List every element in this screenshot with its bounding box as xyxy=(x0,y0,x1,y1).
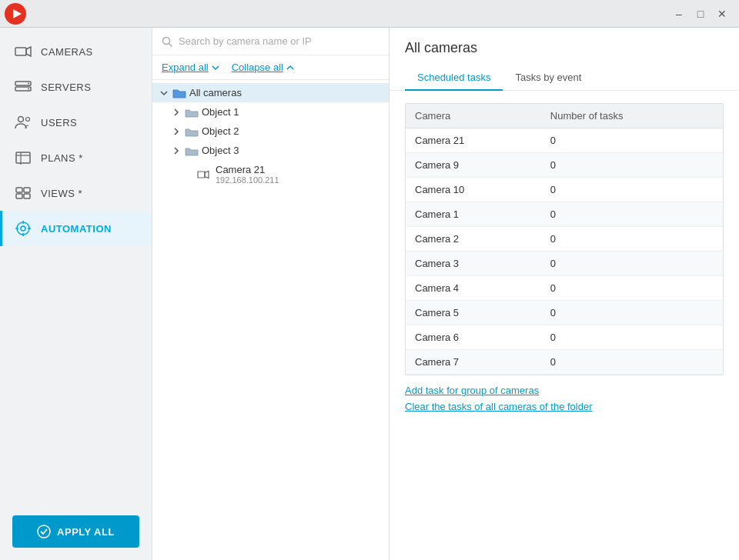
cell-task-count: 0 xyxy=(541,153,723,178)
title-bar: – □ ✕ xyxy=(0,0,739,28)
table-row[interactable]: Camera 30 xyxy=(406,252,723,276)
table-row[interactable]: Camera 20 xyxy=(406,227,723,252)
sidebar-label-servers: SERVERS xyxy=(41,82,91,93)
svg-rect-15 xyxy=(16,194,22,198)
table-row[interactable]: Camera 100 xyxy=(406,178,723,202)
camera-tasks-table: Camera Number of tasks Camera 210Camera … xyxy=(406,104,723,375)
cell-camera-name: Camera 21 xyxy=(406,128,541,153)
tree-item-camera21[interactable]: Camera 21 192.168.100.211 xyxy=(152,160,389,188)
folder-icon xyxy=(185,126,199,137)
cell-camera-name: Camera 4 xyxy=(406,276,541,301)
svg-point-9 xyxy=(26,118,30,122)
table-row[interactable]: Camera 70 xyxy=(406,350,723,375)
add-task-link[interactable]: Add task for group of cameras xyxy=(405,385,724,396)
svg-point-18 xyxy=(21,226,25,231)
expand-chevron-icon xyxy=(212,65,219,71)
automation-icon xyxy=(15,220,32,237)
tab-tasks-by-event[interactable]: Tasks by event xyxy=(503,65,594,91)
svg-marker-3 xyxy=(26,47,31,56)
sidebar-label-cameras: CAMERAS xyxy=(41,46,93,58)
collapse-chevron-icon xyxy=(286,65,294,71)
tree-item-object3[interactable]: Object 3 xyxy=(152,141,389,160)
sidebar-item-views[interactable]: VIEWS * xyxy=(0,175,152,211)
table-row[interactable]: Camera 210 xyxy=(406,128,723,153)
tab-scheduled-tasks[interactable]: Scheduled tasks xyxy=(405,65,503,91)
sidebar-label-users: USERS xyxy=(41,117,77,128)
sidebar-item-servers[interactable]: SERVERS xyxy=(0,69,152,105)
chevron-right-icon xyxy=(171,107,182,118)
tree-content: All cameras Object 1 xyxy=(152,80,389,560)
collapse-all-button[interactable]: Collapse all xyxy=(232,62,294,73)
servers-icon xyxy=(15,78,32,95)
svg-rect-16 xyxy=(24,194,30,198)
page-title: All cameras xyxy=(405,40,724,56)
minimize-button[interactable]: – xyxy=(668,3,690,25)
sidebar-item-users[interactable]: USERS xyxy=(0,105,152,140)
svg-point-23 xyxy=(38,525,50,538)
cell-camera-name: Camera 9 xyxy=(406,153,541,178)
svg-point-6 xyxy=(28,83,29,85)
tree-item-object2[interactable]: Object 2 xyxy=(152,122,389,141)
tree-actions: Expand all Collapse all xyxy=(152,55,389,80)
app-logo xyxy=(5,3,26,25)
sidebar-item-plans[interactable]: PLANS * xyxy=(0,140,152,175)
cell-task-count: 0 xyxy=(541,325,723,350)
cell-camera-name: Camera 5 xyxy=(406,301,541,325)
tree-panel: Expand all Collapse all xyxy=(152,28,390,560)
table-row[interactable]: Camera 50 xyxy=(406,301,723,325)
folder-icon xyxy=(185,107,199,118)
svg-point-8 xyxy=(18,117,24,122)
users-icon xyxy=(15,114,32,131)
search-input[interactable] xyxy=(179,35,380,47)
expand-all-button[interactable]: Expand all xyxy=(162,62,219,73)
maximize-button[interactable]: □ xyxy=(690,3,711,25)
cell-task-count: 0 xyxy=(541,276,723,301)
close-button[interactable]: ✕ xyxy=(711,3,733,25)
folder-open-icon xyxy=(172,88,186,98)
sidebar-label-automation: AUTOMATION xyxy=(41,223,112,235)
apply-all-icon xyxy=(37,525,51,538)
cell-camera-name: Camera 10 xyxy=(406,178,541,202)
tree-item-all-cameras[interactable]: All cameras xyxy=(152,83,389,102)
cell-task-count: 0 xyxy=(541,252,723,276)
svg-rect-2 xyxy=(15,48,26,55)
table-row[interactable]: Camera 40 xyxy=(406,276,723,301)
table-row[interactable]: Camera 10 xyxy=(406,202,723,227)
table-row[interactable]: Camera 60 xyxy=(406,325,723,350)
cell-camera-name: Camera 6 xyxy=(406,325,541,350)
svg-rect-14 xyxy=(24,188,30,192)
chevron-right-icon xyxy=(171,145,182,156)
main-content: Camera Number of tasks Camera 210Camera … xyxy=(390,91,739,560)
chevron-down-icon xyxy=(159,88,169,98)
sidebar-bottom: APPLY ALL xyxy=(0,503,152,560)
column-camera: Camera xyxy=(406,104,541,128)
folder-icon xyxy=(185,145,199,156)
content-area: Expand all Collapse all xyxy=(152,28,739,560)
tree-item-object1[interactable]: Object 1 xyxy=(152,102,389,122)
cell-camera-name: Camera 2 xyxy=(406,227,541,252)
svg-point-7 xyxy=(28,88,29,90)
cell-camera-name: Camera 7 xyxy=(406,350,541,375)
sidebar-label-views: VIEWS * xyxy=(41,188,82,199)
tabs: Scheduled tasks Tasks by event xyxy=(405,65,724,90)
search-icon xyxy=(162,36,172,47)
cameras-icon xyxy=(15,43,32,60)
search-bar xyxy=(152,28,389,55)
clear-tasks-link[interactable]: Clear the tasks of all cameras of the fo… xyxy=(405,401,724,412)
sidebar-label-plans: PLANS * xyxy=(41,152,83,164)
svg-rect-13 xyxy=(16,188,22,192)
camera-icon xyxy=(197,170,209,179)
apply-all-button[interactable]: APPLY ALL xyxy=(12,515,139,548)
sidebar: CAMERAS SERVERS xyxy=(0,28,152,560)
chevron-right-icon xyxy=(171,126,182,137)
svg-point-17 xyxy=(17,222,29,235)
svg-line-25 xyxy=(169,43,172,46)
table-row[interactable]: Camera 90 xyxy=(406,153,723,178)
views-icon xyxy=(15,185,32,202)
cell-task-count: 0 xyxy=(541,350,723,375)
sidebar-item-automation[interactable]: AUTOMATION xyxy=(0,211,152,246)
app-body: CAMERAS SERVERS xyxy=(0,28,739,560)
cell-camera-name: Camera 3 xyxy=(406,252,541,276)
sidebar-item-cameras[interactable]: CAMERAS xyxy=(0,34,152,69)
footer-links: Add task for group of cameras Clear the … xyxy=(405,375,724,415)
